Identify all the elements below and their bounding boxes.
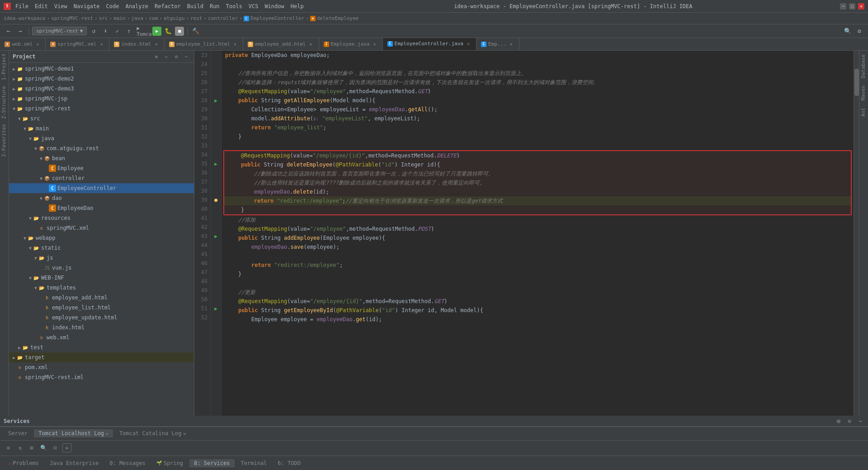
project-tab[interactable]: 1-Project — [0, 51, 9, 83]
menu-view[interactable]: View — [52, 2, 70, 10]
line-37[interactable]: 37 — [194, 177, 210, 186]
commit-button[interactable]: ✓ — [112, 26, 122, 36]
tree-close-button[interactable]: − — [182, 52, 190, 61]
bottom-tool-filter[interactable]: 🔍 — [39, 443, 48, 452]
favorites-tab-left[interactable]: 2-Favorites — [0, 121, 9, 160]
tree-src[interactable]: ▼ 📂 src — [9, 114, 194, 123]
bottom-tool-add[interactable]: + — [62, 443, 71, 452]
line-52[interactable]: 52 — [194, 313, 210, 322]
tab-employee-add[interactable]: h employee_add.html ✕ — [243, 38, 319, 50]
bottom-tool-align[interactable]: ≡ — [4, 443, 13, 452]
tree-com-atguigu-rest[interactable]: ▼ 📦 com.atguigu.rest — [9, 143, 194, 153]
menu-edit[interactable]: Edit — [32, 2, 51, 10]
tree-employee-list-html[interactable]: ▶ h employee_list.html — [9, 303, 194, 313]
gutter-35-run[interactable]: ▶ — [211, 159, 221, 168]
services-close-button[interactable]: − — [856, 417, 864, 425]
bottom-tab-close-catalina[interactable]: ✕ — [183, 431, 186, 436]
stop-button[interactable]: ■ — [175, 27, 184, 36]
nav-idea-workspace[interactable]: idea-workspace — [4, 15, 46, 21]
menu-run[interactable]: Run — [207, 2, 222, 10]
tab-indexhtml[interactable]: h index.html ✕ — [109, 38, 164, 50]
tab-java-enterprise[interactable]: Java Enterprise — [45, 459, 103, 467]
line-38[interactable]: 38 — [194, 186, 210, 195]
services-expand-button[interactable]: ⊞ — [835, 417, 843, 425]
database-tab[interactable]: Database — [859, 51, 868, 82]
run-config-btn[interactable]: ▶ Tomcat — [141, 26, 151, 36]
tree-springmvc-rest[interactable]: ▼ 📂 springMVC-rest — [9, 104, 194, 114]
line-47[interactable]: 47 — [194, 268, 210, 277]
tab-problems[interactable]: ⚠ Problems — [4, 459, 43, 467]
tab-employee-java[interactable]: J Employee.java ✕ — [319, 38, 383, 50]
tree-web-xml[interactable]: ▶ ⚙ web.xml — [9, 332, 194, 342]
nav-rest[interactable]: rest — [190, 15, 203, 21]
code-area[interactable]: private EmployeeDao employeeDao; //查询所有用… — [222, 51, 854, 416]
menu-code[interactable]: Code — [104, 2, 122, 10]
line-23[interactable]: 23 — [194, 51, 210, 60]
menu-help[interactable]: Help — [288, 2, 307, 10]
line-30[interactable]: 30 — [194, 114, 210, 123]
tree-templates[interactable]: ▼ 📂 templates — [9, 283, 194, 293]
line-32[interactable]: 32 — [194, 132, 210, 141]
tab-webxml[interactable]: x web.xml ✕ — [0, 38, 46, 50]
menu-tools[interactable]: Tools — [223, 2, 245, 10]
bottom-tab-close-localhost[interactable]: ✕ — [106, 431, 108, 436]
nav-com[interactable]: com — [149, 15, 158, 21]
line-28[interactable]: 28 — [194, 96, 210, 105]
line-33[interactable]: 33 — [194, 141, 210, 150]
tree-dao[interactable]: ▼ 📦 dao — [9, 193, 194, 203]
tree-springmvc-demo1[interactable]: ▶ 📁 springMVC-demo1 — [9, 64, 194, 74]
bottom-tool-expand[interactable]: ⊞ — [27, 443, 36, 452]
gutter-43-run[interactable]: ▶ — [211, 232, 221, 241]
tree-target[interactable]: ▶ 📂 target — [9, 352, 194, 362]
line-51[interactable]: 51 — [194, 304, 210, 313]
tree-vue-js[interactable]: ▶ JS vue.js — [9, 263, 194, 273]
tree-bean[interactable]: ▼ 📦 bean — [9, 153, 194, 163]
gutter-28-run[interactable]: ▶ — [211, 96, 221, 105]
tab-emp-partial[interactable]: C Emp... ✕ — [476, 38, 519, 50]
tree-settings-button[interactable]: ⚙ — [172, 52, 180, 61]
menu-analyze[interactable]: Analyze — [123, 2, 151, 10]
line-40[interactable]: 40 — [194, 204, 210, 214]
debug-button[interactable]: 🐛 — [163, 26, 173, 36]
tree-springmvc-jsp[interactable]: ▶ 📁 springMVC-jsp — [9, 94, 194, 104]
tree-resources[interactable]: ▼ 📂 resources — [9, 213, 194, 223]
nav-main[interactable]: main — [113, 15, 126, 21]
tree-static[interactable]: ▼ 📂 static — [9, 243, 194, 253]
menu-build[interactable]: Build — [184, 2, 206, 10]
tab-close-employee-add[interactable]: ✕ — [308, 41, 314, 47]
line-49[interactable]: 49 — [194, 286, 210, 295]
tree-springmvc-xml[interactable]: ▶ ⚙ springMVC.xml — [9, 223, 194, 233]
forward-button[interactable]: → — [15, 26, 25, 36]
services-settings-button[interactable]: ⚙ — [845, 417, 854, 425]
tree-index-html[interactable]: ▶ h index.html — [9, 323, 194, 332]
tree-springmvc-rest-iml[interactable]: ▶ ⚙ springMVC-rest.iml — [9, 372, 194, 382]
menu-navigate[interactable]: Navigate — [71, 2, 103, 10]
minimize-button[interactable]: − — [840, 3, 846, 9]
line-36[interactable]: 36 — [194, 168, 210, 177]
menu-vcs[interactable]: VCS — [246, 2, 261, 10]
tree-webapp[interactable]: ▼ 📂 webapp — [9, 233, 194, 243]
tree-locate-button[interactable]: ⊕ — [152, 52, 160, 61]
tab-close-employee-list[interactable]: ✕ — [232, 41, 238, 47]
nav-java[interactable]: java — [131, 15, 143, 21]
tab-messages[interactable]: 0: Messages — [105, 459, 150, 467]
line-48[interactable]: 48 — [194, 277, 210, 286]
bottom-tool-sort[interactable]: ⇅ — [15, 443, 24, 452]
tree-js[interactable]: ▼ 📂 js — [9, 253, 194, 263]
tree-employee-update-html[interactable]: ▶ h employee_update.html — [9, 313, 194, 323]
line-39[interactable]: 39 — [194, 195, 210, 204]
tab-close-indexhtml[interactable]: ✕ — [153, 41, 160, 47]
tree-java[interactable]: ▼ 📂 java — [9, 133, 194, 143]
run-button[interactable]: ▶ — [152, 27, 161, 36]
tree-employee-controller[interactable]: ▶ C EmployeeController — [9, 183, 194, 193]
tab-employee-controller[interactable]: C EmployeeController.java ✕ — [383, 38, 476, 50]
tab-close-webxml[interactable]: ✕ — [34, 41, 41, 47]
tab-close-employee-controller[interactable]: ✕ — [465, 41, 472, 47]
tree-pom-xml[interactable]: ▶ ⚙ pom.xml — [9, 362, 194, 372]
nav-controller[interactable]: controller — [208, 15, 238, 21]
tree-springmvc-demo2[interactable]: ▶ 📁 springMVC-demo2 — [9, 74, 194, 84]
line-25[interactable]: 25 — [194, 69, 210, 78]
right-scrollbar[interactable] — [854, 51, 859, 416]
gutter-51-run[interactable]: ▶ — [211, 304, 221, 313]
search-everywhere-button[interactable]: 🔍 — [843, 26, 853, 36]
